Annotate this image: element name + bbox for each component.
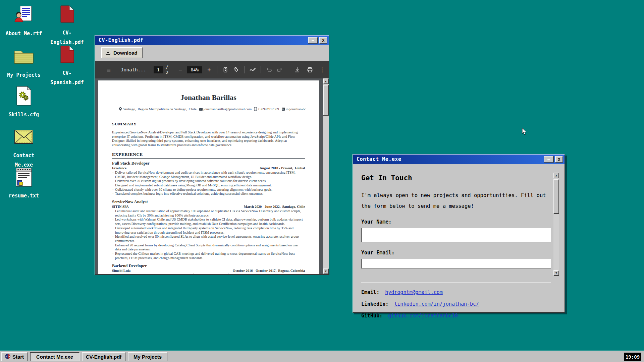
taskbar-button-contact-me[interactable]: Contact Me.exe — [30, 352, 79, 361]
desktop-icon-cv-spanish[interactable]: CV- Spanish.pdf — [45, 44, 89, 87]
minimize-button[interactable]: − — [308, 37, 318, 44]
email-field-label: Your Email: — [361, 250, 544, 256]
desktop-icon-skills-cfg[interactable]: Skills.cfg — [2, 85, 46, 119]
more-options-icon[interactable]: ⋮ — [317, 65, 327, 74]
zoom-out-icon[interactable]: − — [175, 65, 185, 74]
bullet-item: Enhanced 20 request forms by developing … — [112, 243, 305, 252]
envelope-icon — [2, 126, 46, 147]
rotate-icon[interactable] — [231, 65, 241, 74]
pdf-file-icon — [45, 44, 89, 65]
zoom-in-icon[interactable]: + — [204, 65, 214, 74]
bullet-item: Translated complex business logic into e… — [112, 192, 305, 196]
close-button[interactable]: X — [319, 37, 327, 44]
resume-phone: +56944917569 — [258, 107, 279, 111]
job-title: ServiceNow Analyst — [112, 199, 305, 204]
icon-label: My Projects — [2, 70, 46, 80]
svg-text:in: in — [282, 108, 284, 110]
email-link[interactable]: hydrogntm@gmail.com — [385, 289, 443, 295]
bullet-item: Delivered over 20 custom digital product… — [112, 179, 305, 183]
download-button[interactable]: Download — [101, 47, 143, 58]
contact-window-body: Get In Touch I'm always open to new proj… — [353, 164, 565, 312]
download-button-label: Download — [113, 50, 138, 56]
github-link[interactable]: github.com/jonathanbc10 — [388, 313, 458, 319]
job-entry: Full Stack Developer Freelance August 20… — [112, 161, 305, 196]
pdf-download-bar: Download — [95, 45, 329, 61]
summary-text: Experienced ServiceNow Analyst/Developer… — [112, 130, 305, 147]
folder-icon — [2, 46, 46, 67]
pdf-window-titlebar[interactable]: CV-English.pdf − X — [95, 36, 329, 45]
name-input[interactable] — [361, 228, 551, 242]
desktop-icon-resume-txt[interactable]: resume.txt — [2, 166, 46, 200]
taskbar-button-cv-english[interactable]: CV-English.pdf — [82, 352, 125, 361]
pdf-viewer-window: CV-English.pdf − X Download ≡ Jonath... … — [95, 35, 329, 275]
bullet-item: Developed automated workflows and integr… — [112, 226, 305, 235]
menu-icon[interactable]: ≡ — [104, 65, 113, 74]
scroll-down-icon[interactable]: ▼ — [553, 270, 559, 276]
desktop-icon-my-projects[interactable]: My Projects — [2, 46, 46, 80]
pdf-content-area: Jonathan Barillas Santiago, Región Metro… — [95, 78, 329, 274]
job-company: SITIN SPA — [112, 205, 129, 208]
icon-label: Contact — [2, 151, 46, 160]
toolbar-divider — [217, 66, 217, 73]
linkedin-link[interactable]: linkedin.com/in/jonathan-bc/ — [394, 301, 479, 307]
print-icon[interactable] — [305, 65, 315, 74]
icon-label: Skills.cfg — [2, 110, 46, 119]
job-date-location: March 2020 - June 2022, Santiago, Chile — [244, 205, 305, 208]
get-in-touch-heading: Get In Touch — [361, 174, 544, 182]
contact-me-window: Contact Me.exe − X Get In Touch I'm alwa… — [353, 154, 565, 313]
page-number-input[interactable]: 1 — [154, 66, 163, 73]
resume-name: Jonathan Barillas — [112, 93, 305, 102]
icon-label: Spanish.pdf — [45, 78, 89, 87]
contact-scrollbar[interactable]: ▲ ▼ — [553, 173, 559, 276]
pdf-doc-title: Jonath... — [121, 67, 146, 72]
zoom-level-value[interactable]: 84% — [187, 66, 202, 73]
summary-heading: SUMMARY — [112, 121, 305, 128]
job-date-location: October 2016 - October 2017, Bogota, Col… — [233, 269, 305, 273]
close-button[interactable]: X — [555, 156, 563, 163]
job-company: Simobi Ltda — [112, 269, 130, 273]
config-file-gears-icon — [2, 85, 46, 107]
toolbar-download-icon[interactable] — [292, 65, 302, 74]
taskbar-button-my-projects[interactable]: My Projects — [128, 352, 167, 361]
pdf-scrollbar[interactable]: ▲ ▼ — [323, 78, 329, 274]
notepad-text-file-icon — [2, 166, 46, 188]
annotate-pen-icon[interactable] — [248, 65, 257, 74]
redo-icon[interactable] — [275, 65, 284, 74]
start-logo-icon — [5, 354, 10, 360]
job-bullets: Developed and integrated biometric syste… — [112, 273, 305, 274]
resume-contact-line: Santiago, Región Metropolitana de Santia… — [112, 104, 305, 115]
icon-label: resume.txt — [2, 191, 46, 200]
minimize-button[interactable]: − — [544, 156, 554, 163]
contact-window-title: Contact Me.exe — [357, 156, 542, 162]
email-input[interactable] — [361, 259, 551, 268]
page-count-label: / 2 — [166, 64, 168, 75]
toolbar-divider — [172, 66, 172, 73]
undo-icon[interactable] — [264, 65, 274, 74]
job-company: Freelance — [112, 166, 126, 170]
icon-label: CV- — [45, 68, 89, 78]
linkedin-link-row: LinkedIn: linkedin.com/in/jonathan-bc/ — [361, 301, 544, 307]
scrollbar-thumb[interactable] — [553, 179, 559, 214]
bullet-item: Identified and resolved over 50 misconfi… — [112, 235, 305, 243]
bullet-item: Deliver tailored ServiceNow development … — [112, 171, 305, 179]
fit-to-page-icon[interactable] — [221, 65, 230, 74]
job-bullets: Led manual audit and reconciliation of a… — [112, 209, 305, 260]
email-link-row: Email: hydrogntm@gmail.com — [361, 289, 544, 295]
scrollbar-thumb[interactable] — [323, 85, 329, 116]
toolbar-divider — [261, 66, 261, 73]
bullet-item: Led manual audit and reconciliation of a… — [112, 209, 305, 218]
desktop-icon-about-me[interactable]: About Me.rtf — [2, 4, 46, 38]
job-entry: ServiceNow Analyst SITIN SPA March 2020 … — [112, 199, 305, 260]
scroll-up-icon[interactable]: ▲ — [553, 173, 559, 178]
resume-email: jonathanbarillas@protonmail.com — [204, 107, 252, 111]
resume-location: Santiago, Región Metropolitana de Santia… — [123, 107, 197, 111]
contact-window-titlebar[interactable]: Contact Me.exe − X — [353, 155, 565, 164]
desktop-icon-contact-me-exe[interactable]: Contact Me.exe — [2, 126, 46, 170]
desktop-icon-cv-english[interactable]: CV- English.pdf — [45, 3, 89, 47]
bullet-item: Developed and integrated biometric syste… — [112, 273, 305, 274]
scroll-up-icon[interactable]: ▲ — [323, 78, 329, 84]
bullet-item: Designed and implemented robust database… — [112, 183, 305, 188]
mouse-cursor — [522, 128, 527, 136]
scroll-down-icon[interactable]: ▼ — [323, 268, 329, 274]
start-button[interactable]: Start — [1, 352, 28, 361]
